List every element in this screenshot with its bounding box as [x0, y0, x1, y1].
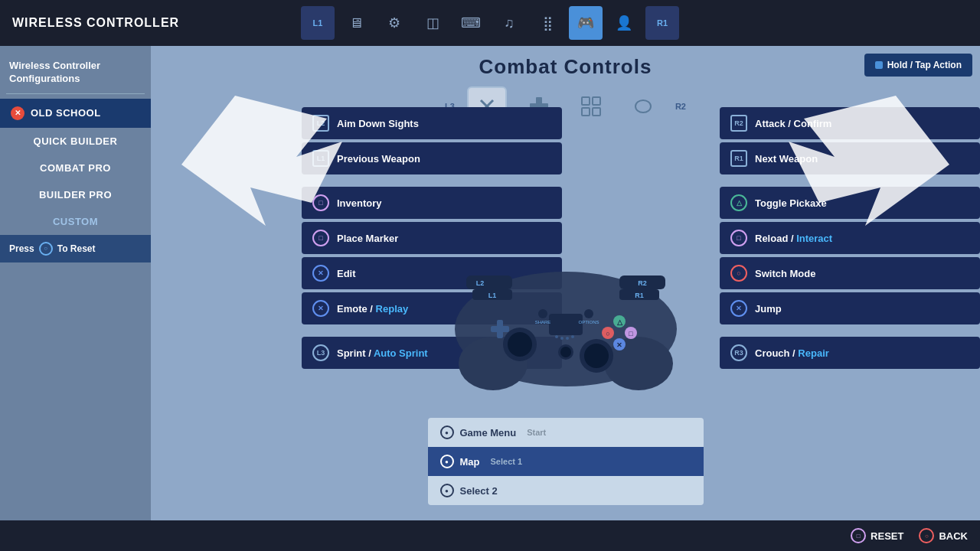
svg-rect-7: [593, 108, 600, 116]
svg-text:OPTIONS: OPTIONS: [578, 320, 599, 324]
triangle-icon: △: [730, 194, 747, 211]
grid-icon[interactable]: [571, 86, 611, 126]
l2-icon: L2: [312, 115, 329, 132]
right-controls: R2 Attack / Confirm R1 Next Weapon △ Tog…: [720, 107, 980, 369]
touchpad-icon[interactable]: [623, 86, 663, 126]
sidebar-item-builder-pro[interactable]: BUILDER PRO: [0, 181, 151, 208]
dropdown-item-game-menu[interactable]: ● Game Menu Start: [428, 418, 704, 447]
sidebar-item-combat-pro[interactable]: COMBAT PRO: [0, 155, 151, 181]
svg-text:△: △: [616, 318, 622, 326]
sidebar-item-old-school[interactable]: ✕ OLD SCHOOL: [0, 99, 151, 128]
circle-icon-right: ○: [730, 265, 747, 282]
gamepad-icon[interactable]: 🎮: [569, 6, 603, 40]
toggle-pickaxe-label: Toggle Pickaxe: [755, 197, 827, 209]
top-bar: WIRELESS CONTROLLER L1 🖥 ⚙ ◫ ⌨ ♫ ⣿ 🎮 👤 R…: [0, 0, 980, 46]
inventory-btn[interactable]: □ Inventory: [302, 187, 562, 219]
jump-btn[interactable]: ✕ Jump: [720, 292, 980, 324]
aim-down-sights-btn[interactable]: L2 Aim Down Sights: [302, 107, 562, 139]
toggle-pickaxe-btn[interactable]: △ Toggle Pickaxe: [720, 187, 980, 219]
edit-label: Edit: [337, 268, 356, 279]
network-icon[interactable]: ⣿: [531, 6, 564, 40]
sidebar-title: Wireless Controller Configurations: [0, 54, 151, 89]
next-weapon-btn[interactable]: R1 Next Weapon: [720, 142, 980, 174]
active-icon: ✕: [11, 106, 24, 120]
tap-action-btn[interactable]: Hold / Tap Action: [864, 54, 972, 77]
svg-point-28: [584, 309, 593, 318]
select2-sub: Select 2: [460, 485, 498, 497]
page-title: Combat Controls: [151, 55, 980, 79]
tap-action-dot: [875, 61, 883, 69]
reset-button[interactable]: □ RESET: [851, 528, 903, 543]
svg-rect-5: [593, 97, 600, 105]
square-icon: □: [312, 194, 329, 211]
map-sub: Select 1: [491, 457, 523, 466]
previous-weapon-label: Previous Weapon: [337, 153, 420, 165]
sidebar-item-quick-builder[interactable]: QUICK BUILDER: [0, 128, 151, 155]
r3-icon: R3: [730, 344, 747, 361]
svg-point-17: [508, 332, 532, 357]
l1-badge-wrap: L1: [301, 6, 335, 40]
svg-text:✕: ✕: [616, 341, 622, 349]
sound-icon[interactable]: ♫: [492, 6, 526, 40]
place-marker-label: Place Marker: [337, 233, 398, 244]
crouch-repair-btn[interactable]: R3 Crouch / Repair: [720, 337, 980, 369]
dropdown-item-select2[interactable]: ● Select 2: [428, 476, 704, 505]
bottom-bar: □ RESET ○ BACK: [0, 520, 980, 551]
reset-circle-icon: ○: [39, 242, 53, 256]
aim-down-sights-label: Aim Down Sights: [337, 118, 419, 129]
reload-interact-label: Reload / Interact: [755, 233, 832, 244]
back-icon: ○: [919, 528, 934, 543]
svg-point-8: [635, 100, 651, 112]
cross-icon-left2: ✕: [312, 300, 329, 317]
square-icon2: □: [312, 230, 329, 246]
hdd-icon[interactable]: ◫: [416, 6, 449, 40]
switch-mode-btn[interactable]: ○ Switch Mode: [720, 257, 980, 289]
app-title: WIRELESS CONTROLLER: [12, 16, 179, 30]
reload-interact-btn[interactable]: □ Reload / Interact: [720, 222, 980, 254]
reset-label: RESET: [871, 530, 903, 542]
svg-point-33: [566, 337, 569, 340]
previous-weapon-btn[interactable]: L1 Previous Weapon: [302, 142, 562, 174]
svg-text:SHARE: SHARE: [534, 320, 550, 324]
svg-rect-4: [582, 97, 590, 105]
next-weapon-label: Next Weapon: [755, 153, 818, 165]
content-area: Combat Controls L3 R2 L2 Aim Down Sights: [151, 46, 980, 551]
sidebar-item-custom[interactable]: CUSTOM: [0, 208, 151, 235]
attack-confirm-btn[interactable]: R2 Attack / Confirm: [720, 107, 980, 139]
svg-text:○: ○: [606, 330, 609, 337]
back-button[interactable]: ○ BACK: [919, 528, 968, 543]
attack-confirm-label: Attack / Confirm: [755, 118, 831, 129]
sidebar: Wireless Controller Configurations ✕ OLD…: [0, 46, 151, 551]
account-icon[interactable]: 👤: [607, 6, 641, 40]
svg-point-27: [538, 309, 547, 318]
svg-rect-12: [466, 276, 512, 289]
sidebar-divider: [6, 93, 145, 94]
r2-icon: R2: [730, 115, 747, 132]
select2-icon: ●: [440, 484, 454, 497]
monitor-icon[interactable]: 🖥: [339, 6, 373, 40]
square-icon-right: □: [730, 230, 747, 246]
press-reset-bar[interactable]: Press ○ To Reset: [0, 235, 151, 262]
svg-point-31: [555, 335, 558, 338]
r1-badge[interactable]: R1: [645, 6, 679, 40]
main-content: Wireless Controller Configurations ✕ OLD…: [0, 46, 980, 551]
l1-badge[interactable]: L1: [301, 6, 335, 40]
svg-point-34: [571, 335, 574, 338]
r1-badge-wrap: R1: [645, 6, 679, 40]
sprint-label: Sprint / Auto Sprint: [337, 347, 428, 359]
keyboard-icon[interactable]: ⌨: [454, 6, 488, 40]
game-menu-icon: ●: [440, 425, 454, 439]
map-icon: ●: [440, 455, 454, 468]
svg-text:□: □: [629, 330, 633, 337]
settings-icon[interactable]: ⚙: [377, 6, 411, 40]
svg-text:L2: L2: [475, 279, 484, 287]
dropdown-item-map[interactable]: ● Map Select 1: [428, 447, 704, 476]
cross-icon-right: ✕: [730, 300, 747, 317]
svg-text:L1: L1: [488, 292, 496, 299]
nav-icons: L1 🖥 ⚙ ◫ ⌨ ♫ ⣿ 🎮 👤 R1: [301, 6, 679, 40]
r1-icon: R1: [730, 150, 747, 167]
game-menu-label: Game Menu: [460, 427, 517, 439]
svg-rect-26: [549, 314, 583, 335]
tap-action-label: Hold / Tap Action: [887, 60, 962, 70]
back-label: BACK: [939, 530, 968, 542]
